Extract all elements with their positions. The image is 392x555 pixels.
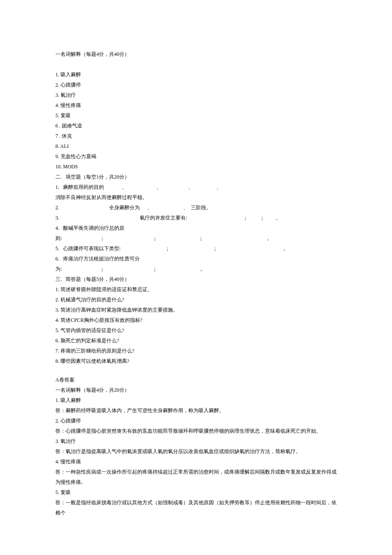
section1-item: 9. 充血性心力衰竭 <box>55 151 337 162</box>
section2-item: 则: ; ; ; 。 <box>55 233 337 243</box>
section3-item: 7. 疼痛的三阶梯给药的原则是什么? <box>55 346 337 356</box>
answer-item: 答：麻醉药经呼吸道吸入体内，产生可逆性全身麻醉作用，称为吸入麻醉。 <box>55 405 337 416</box>
answer-item: 答：氧治疗是指提高吸入气中的氧浓度或吸入氧的氧分压以改善低氧血症或组织缺氧的治疗… <box>55 446 337 457</box>
answer-item: 答：心跳骤停是指心脏突然丧失有效的泵血功能而导致循环和呼吸骤然停顿的病理生理状态… <box>55 426 337 436</box>
section2-item: 2. 全身麻醉分为 、 、 三阶段。 <box>55 202 337 213</box>
section2-item: 消除不良神经反射从而使麻醉过程平稳。 <box>55 192 337 202</box>
section1-item: 8. ALI <box>55 141 337 151</box>
answer-item: 答：一种急性疾病或一次操作所引起的疼痛持续超过正常所需的治愈时间，或疼痛缓解后间… <box>55 467 337 487</box>
section1-item: 6 . 困难气道 <box>55 121 337 131</box>
section3-item: 4. 简述CPCR胸外心脏按压有效的指标? <box>55 315 337 325</box>
answer-item: 答：一般是指经临床脱毒治疗或以其他方式（如强制戒毒）及其他原因（如关押劳教等）停… <box>55 497 337 518</box>
section2-item: 为: ; ; 。 <box>55 264 337 274</box>
section1-item: 5. 复吸 <box>55 110 337 121</box>
section1-item: 1. 吸入麻醉 <box>55 69 337 80</box>
section2-item: 4. 酸碱平衡失调的治疗总的原 <box>55 223 337 233</box>
section1-item: 3. 氧治疗 <box>55 90 337 100</box>
section3-header: 三. 简答题（每题5分，共40分） <box>55 274 337 284</box>
answers-subheader: 一名词解释（每题4分，共20分） <box>55 385 337 395</box>
section3-item: 1. 简述硬脊膜外隙阻滞的适应证和禁忌证。 <box>55 284 337 295</box>
section3-item: 5. 气管内插管的适应征是什么? <box>55 325 337 335</box>
section3-item: 3. 简述治疗高钾血症时紧急降低血钾浓度的主要措施。 <box>55 305 337 315</box>
section2-item: 5. 心跳骤停可表现以下类型: ; ; 。 <box>55 243 337 254</box>
section3-item: 2. 机械通气治疗的目的是什么? <box>55 295 337 305</box>
answer-item: 2. 心跳骤停 <box>55 416 337 426</box>
answer-item: 5. 复吸 <box>55 487 337 497</box>
section2-item: 6. 疼痛治疗方法根据治疗的性质可分 <box>55 254 337 264</box>
section3-item: 6. 脑死亡的判定标准是什么? <box>55 335 337 346</box>
answer-item: 4. 慢性疼痛 <box>55 457 337 467</box>
section3-item: 8. 哪些因素可以使机体氧耗增高? <box>55 356 337 366</box>
answer-item: 3. 氧治疗 <box>55 436 337 446</box>
section1-item: 4. 慢性疼痛 <box>55 100 337 110</box>
section2-item: 3. 氧疗的并发症主要有: ; ; 。 <box>55 213 337 223</box>
document-content: 一名词解释（每题4分，共40分） 1. 吸入麻醉 2. 心跳骤停 3. 氧治疗 … <box>55 49 337 518</box>
section1-item: 7 . 休克 <box>55 131 337 141</box>
section2-header: 二. 填空题（每空1分，共20分） <box>55 172 337 182</box>
section2-item: 1. 麻醉前用药的目的 、 、 、 、 <box>55 182 337 192</box>
section1-item: 10. MODS <box>55 162 337 172</box>
answer-item: 1. 吸入麻醉 <box>55 395 337 405</box>
section1-item: 2. 心跳骤停 <box>55 80 337 90</box>
section1-header: 一名词解释（每题4分，共40分） <box>55 49 337 59</box>
answers-header: A卷答案 <box>55 375 337 385</box>
